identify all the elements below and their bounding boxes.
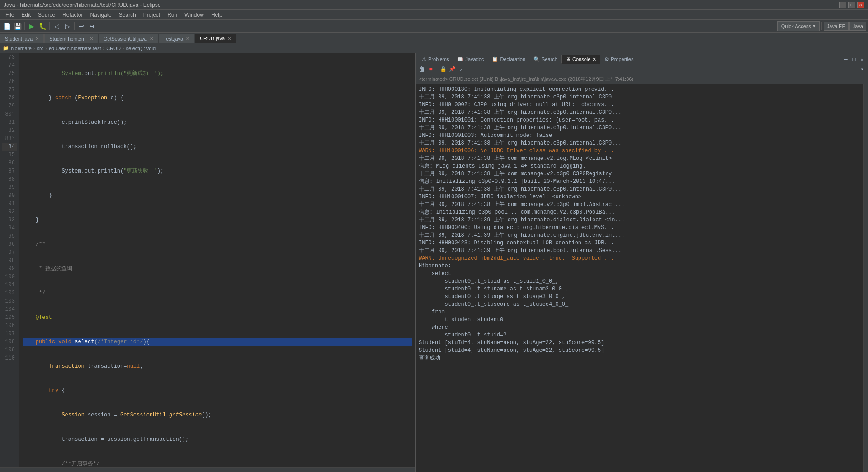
- redo-button[interactable]: ↪: [87, 21, 97, 31]
- console-line: 信息: MLog clients using java 1.4+ standar…: [419, 163, 861, 170]
- console-line: 十二月 09, 2018 7:41:39 上午 org.hibernate.en…: [419, 232, 861, 239]
- console-line: Hibernate:: [419, 262, 861, 270]
- tab-student-hbm-close[interactable]: ✕: [90, 36, 93, 41]
- code-line-86: try {: [23, 387, 412, 395]
- panel-tab-problems[interactable]: ⚠ Problems: [418, 55, 453, 64]
- tab-student-hbm[interactable]: Student.hbm.xml ✕: [44, 34, 98, 43]
- console-line: INFO: HHH10001007: JDBC isolation level:…: [419, 193, 861, 201]
- toolbar: 📄 💾 ▶ 🐛 ◁ ▷ ↩ ↪ Quick Access ▾ Java EE J…: [0, 20, 868, 33]
- menu-project[interactable]: Project: [140, 11, 164, 19]
- panel-close-button[interactable]: ✕: [858, 56, 866, 64]
- console-tab-close[interactable]: ✕: [592, 56, 596, 62]
- close-button[interactable]: ✕: [857, 2, 864, 8]
- console-line-student1: Student [stuId=4, stuName=aeon, stuAge=2…: [419, 339, 861, 347]
- tab-bar: Student.java ✕ Student.hbm.xml ✕ GetSess…: [0, 33, 868, 43]
- line-num-83: 83°: [2, 135, 17, 143]
- panel-maximize-button[interactable]: □: [850, 56, 858, 64]
- line-num-108: 108: [2, 338, 17, 346]
- code-line-82: */: [23, 289, 412, 297]
- panel-tab-search[interactable]: 🔍 Search: [529, 55, 561, 64]
- console-line-success: 查询成功！: [419, 355, 861, 362]
- menu-navigate[interactable]: Navigate: [86, 11, 115, 19]
- tab-student-java[interactable]: Student.java ✕: [0, 34, 44, 43]
- panel-tab-properties[interactable]: ⚙ Properties: [600, 55, 637, 64]
- quick-access-label: Quick Access: [781, 23, 811, 29]
- code-line-79: }: [23, 216, 412, 224]
- tab-test-java[interactable]: Test.java ✕: [159, 34, 194, 43]
- undo-button[interactable]: ↩: [76, 21, 86, 31]
- scroll-lock-button[interactable]: 🔒: [439, 65, 447, 74]
- pt-sep-1: [437, 66, 437, 73]
- bc-class[interactable]: CRUD: [106, 46, 121, 51]
- bc-method[interactable]: select() : void: [126, 46, 156, 51]
- panel-tab-javadoc[interactable]: 📖 Javadoc: [453, 55, 488, 64]
- java-ee-button[interactable]: Java EE: [824, 22, 849, 31]
- line-num-100: 100: [2, 273, 17, 281]
- console-menu-button[interactable]: ▾: [858, 65, 866, 74]
- menu-help[interactable]: Help: [208, 11, 226, 19]
- clear-console-button[interactable]: 🗑: [418, 65, 426, 74]
- pin-console-button[interactable]: 📌: [448, 65, 456, 74]
- open-console-button[interactable]: ↗: [457, 65, 465, 74]
- console-line: INFO: HHH010002: C3P0 using driver: null…: [419, 101, 861, 109]
- maximize-button[interactable]: □: [848, 2, 855, 8]
- main-content: 73 74 75 76 77 78 79 80° 81 82 83° 84 85…: [0, 53, 868, 472]
- terminate-button[interactable]: ■: [427, 65, 435, 74]
- panel-minimize-button[interactable]: —: [842, 56, 850, 64]
- toolbar-sep-3: [74, 22, 75, 30]
- line-num-103: 103: [2, 297, 17, 305]
- bc-package[interactable]: edu.aeon.hibernate.test: [49, 46, 101, 51]
- console-line: INFO: HHH000400: Using dialect: org.hibe…: [419, 224, 861, 232]
- forward-button[interactable]: ▷: [62, 21, 72, 31]
- bc-hibernate[interactable]: hibernate: [11, 46, 32, 51]
- bc-sep-1: ›: [33, 46, 35, 51]
- back-button[interactable]: ◁: [52, 21, 61, 31]
- code-area[interactable]: 73 74 75 76 77 78 79 80° 81 82 83° 84 85…: [0, 53, 415, 467]
- toolbar-sep-4: [99, 22, 99, 30]
- tab-test-java-close[interactable]: ✕: [186, 36, 189, 41]
- window-controls[interactable]: — □ ✕: [839, 2, 864, 8]
- tab-getsessionutil[interactable]: GetSessionUtil.java ✕: [99, 34, 158, 43]
- java-button[interactable]: Java: [849, 22, 866, 31]
- code-horizontal-scrollbar[interactable]: [0, 467, 415, 472]
- code-line-73: System.out.println("更新成功！");: [23, 70, 412, 78]
- bc-src[interactable]: src: [37, 46, 44, 51]
- console-line: 十二月 09, 2018 7:41:38 上午 org.hibernate.c3…: [419, 124, 861, 132]
- menu-run[interactable]: Run: [164, 11, 181, 19]
- tab-student-java-close[interactable]: ✕: [35, 36, 39, 41]
- menu-bar: File Edit Source Refactor Navigate Searc…: [0, 10, 868, 20]
- panel-tab-declaration[interactable]: 📋 Declaration: [488, 55, 529, 64]
- line-num-93: 93: [2, 216, 17, 224]
- save-button[interactable]: 💾: [13, 21, 23, 31]
- code-content[interactable]: System.out.println("更新成功！"); } catch (Ex…: [19, 53, 415, 467]
- line-num-101: 101: [2, 281, 17, 289]
- new-button[interactable]: 📄: [2, 21, 12, 31]
- line-num-76: 76: [2, 78, 17, 86]
- quick-access-button[interactable]: Quick Access ▾: [777, 21, 820, 31]
- console-vertical-scrollbar[interactable]: [863, 84, 868, 472]
- tab-crud-java[interactable]: CRUD.java ✕: [195, 34, 236, 43]
- line-num-77: 77: [2, 86, 17, 94]
- menu-search[interactable]: Search: [115, 11, 140, 19]
- console-line: WARN: Unrecognized hbm2ddl_auto value : …: [419, 255, 861, 262]
- console-line: 十二月 09, 2018 7:41:38 上午 com.mchange.v2.c…: [419, 201, 861, 209]
- console-title: <terminated> CRUD.select [JUnit] B:\java…: [416, 75, 868, 84]
- menu-file[interactable]: File: [2, 11, 18, 19]
- panel-tab-console[interactable]: 🖥 Console ✕: [561, 55, 600, 64]
- line-num-85: 85: [2, 151, 17, 159]
- menu-edit[interactable]: Edit: [18, 11, 34, 19]
- console-line: INFO: HHH000423: Disabling contextual LO…: [419, 239, 861, 247]
- menu-window[interactable]: Window: [181, 11, 208, 19]
- run-button[interactable]: ▶: [27, 21, 37, 31]
- debug-button[interactable]: 🐛: [38, 21, 47, 31]
- line-num-99: 99: [2, 265, 17, 273]
- console-line: 十二月 09, 2018 7:41:39 上午 org.hibernate.di…: [419, 216, 861, 224]
- tab-getsessionutil-close[interactable]: ✕: [150, 36, 153, 41]
- console-output[interactable]: INFO: HHH000130: Instantiating explicit …: [416, 84, 863, 472]
- code-editor: 73 74 75 76 77 78 79 80° 81 82 83° 84 85…: [0, 53, 416, 472]
- minimize-button[interactable]: —: [839, 2, 846, 8]
- menu-source[interactable]: Source: [34, 11, 59, 19]
- problems-icon: ⚠: [422, 56, 426, 62]
- tab-crud-java-close[interactable]: ✕: [227, 36, 231, 41]
- menu-refactor[interactable]: Refactor: [59, 11, 86, 19]
